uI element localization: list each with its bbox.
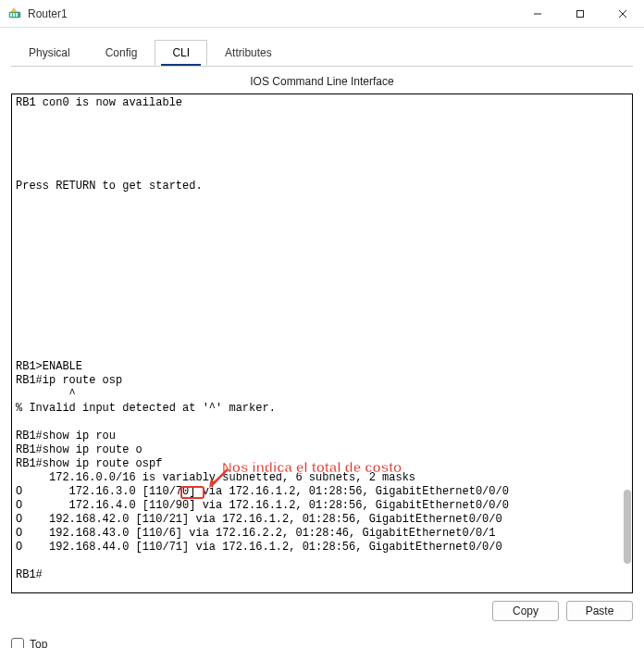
cli-box-wrap: RB1 con0 is now available Press RETURN t… [11,93,633,593]
top-option: Top [0,629,644,648]
maximize-button[interactable] [559,0,601,28]
svg-rect-2 [13,13,15,17]
minimize-button[interactable] [516,0,559,28]
svg-rect-1 [10,13,12,17]
tabs: Physical Config CLI Attributes [11,40,633,67]
tab-physical[interactable]: Physical [11,40,88,66]
scrollbar-thumb[interactable] [624,490,631,564]
svg-rect-3 [16,13,18,17]
svg-rect-5 [577,10,584,17]
tab-config[interactable]: Config [88,40,155,66]
cli-header: IOS Command Line Interface [11,66,633,93]
app-icon [7,6,22,21]
title-bar: Router1 [0,0,644,28]
window-controls [516,0,644,28]
tab-cli[interactable]: CLI [155,40,207,66]
cli-output: RB1 con0 is now available Press RETURN t… [12,94,632,584]
cli-terminal[interactable]: RB1 con0 is now available Press RETURN t… [11,93,633,593]
top-checkbox[interactable] [11,638,24,648]
title-left: Router1 [7,6,68,21]
paste-button[interactable]: Paste [566,601,633,621]
close-button[interactable] [601,0,644,28]
window-title: Router1 [28,7,68,20]
content: Physical Config CLI Attributes IOS Comma… [0,28,644,629]
top-label: Top [30,638,47,648]
scrollbar-track [624,95,631,592]
cli-button-row: Copy Paste [11,601,633,621]
tab-attributes[interactable]: Attributes [207,40,290,66]
copy-button[interactable]: Copy [492,601,559,621]
